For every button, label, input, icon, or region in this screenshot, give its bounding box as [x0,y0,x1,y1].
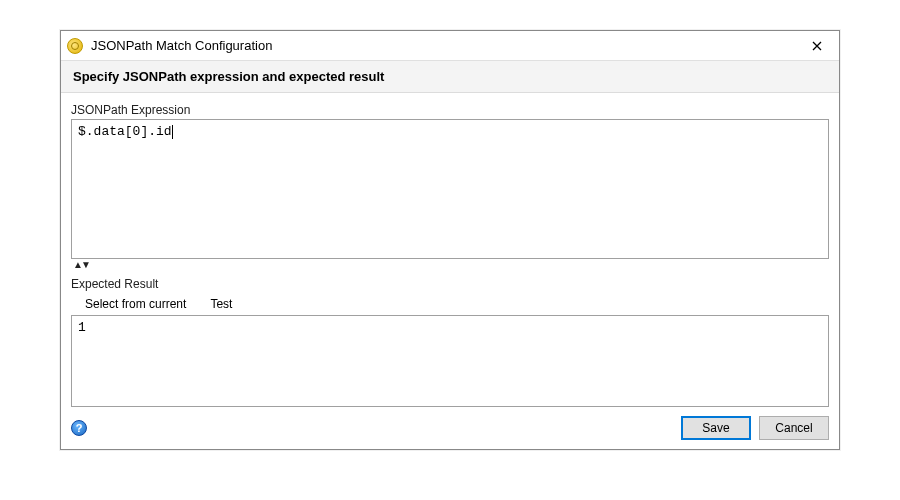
expected-result-text: 1 [78,320,86,335]
subheader: Specify JSONPath expression and expected… [61,61,839,93]
dialog-body: JSONPath Expression $.data[0].id ▲▼ Expe… [61,93,839,407]
cancel-button[interactable]: Cancel [759,416,829,440]
expected-toolbar: Select from current Test [71,293,829,315]
expression-label: JSONPath Expression [71,103,829,117]
help-button[interactable]: ? [71,420,87,436]
dialog-footer: ? Save Cancel [61,407,839,449]
jsonpath-expression-input[interactable]: $.data[0].id [71,119,829,259]
expression-text: $.data[0].id [78,124,172,139]
text-cursor [172,125,173,139]
test-link[interactable]: Test [210,297,232,311]
resize-handle[interactable]: ▲▼ [71,259,829,273]
titlebar: JSONPath Match Configuration [61,31,839,61]
caret-down-icon: ▼ [81,259,89,271]
save-button[interactable]: Save [681,416,751,440]
expected-result-label: Expected Result [71,277,829,291]
select-from-current-link[interactable]: Select from current [85,297,186,311]
expected-result-input[interactable]: 1 [71,315,829,407]
dialog-title: JSONPath Match Configuration [91,38,272,53]
help-icon: ? [76,422,83,434]
close-icon [812,41,822,51]
app-icon [67,38,83,54]
close-button[interactable] [801,34,833,58]
jsonpath-match-dialog: JSONPath Match Configuration Specify JSO… [60,30,840,450]
caret-up-icon: ▲ [73,259,81,271]
